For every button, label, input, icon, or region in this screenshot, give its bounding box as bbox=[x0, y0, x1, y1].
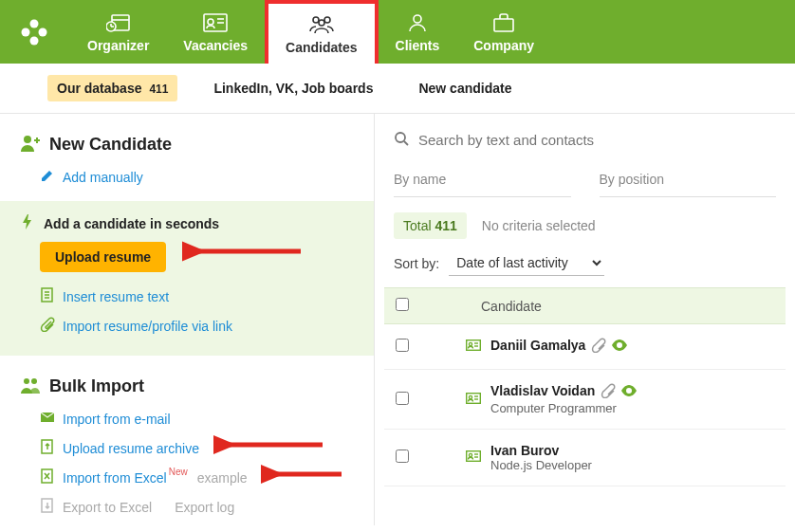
import-email-link[interactable]: Import from e-mail bbox=[0, 404, 374, 433]
table-row[interactable]: Vladislav VoidanComputer Programmer bbox=[384, 370, 786, 430]
calendar-clock-icon bbox=[106, 11, 131, 34]
criteria-status: No criteria selected bbox=[482, 218, 596, 233]
tab-our-database[interactable]: Our database 411 bbox=[47, 75, 177, 101]
svg-point-3 bbox=[39, 28, 47, 36]
sort-label: Sort by: bbox=[394, 256, 439, 271]
section-title: Bulk Import bbox=[49, 376, 144, 396]
quick-add-box: Add a candidate in seconds Upload resume… bbox=[0, 201, 374, 356]
svg-rect-36 bbox=[467, 340, 481, 351]
link-label: Insert resume text bbox=[63, 289, 169, 304]
candidate-name: Ivan Burov bbox=[490, 443, 559, 458]
nav-label: Company bbox=[473, 38, 534, 53]
file-upload-icon bbox=[40, 439, 55, 457]
svg-point-41 bbox=[469, 395, 471, 398]
search-icon bbox=[394, 131, 409, 149]
tab-sources[interactable]: LinkedIn, VK, Job boards bbox=[204, 75, 382, 101]
table-row[interactable]: Daniil Gamalya bbox=[384, 324, 786, 370]
export-log-link: Export log bbox=[175, 498, 234, 516]
id-card-icon bbox=[466, 391, 490, 409]
svg-point-1 bbox=[30, 36, 39, 45]
paperclip-icon bbox=[40, 317, 55, 335]
svg-rect-17 bbox=[494, 19, 513, 31]
upload-archive-link[interactable]: Upload resume archive bbox=[40, 439, 199, 457]
sub-nav: Our database 411 LinkedIn, VK, Job board… bbox=[0, 64, 795, 114]
new-badge: New bbox=[169, 467, 188, 477]
add-manually-link[interactable]: Add manually bbox=[0, 162, 374, 192]
row-checkbox[interactable] bbox=[396, 449, 409, 463]
search-input[interactable] bbox=[418, 132, 776, 148]
right-panel: By name By position Total 411 No criteri… bbox=[375, 114, 795, 525]
export-excel-link: Export to Excel bbox=[40, 498, 152, 516]
briefcase-icon bbox=[492, 11, 515, 34]
insert-resume-text-link[interactable]: Insert resume text bbox=[21, 282, 353, 311]
row-checkbox[interactable] bbox=[396, 339, 409, 352]
id-card-icon bbox=[466, 338, 490, 356]
candidate-name: Vladislav Voidan bbox=[490, 383, 595, 398]
svg-point-0 bbox=[30, 19, 39, 28]
candidate-role: Computer Programmer bbox=[490, 401, 774, 415]
nav-vacancies[interactable]: Vacancies bbox=[166, 0, 265, 64]
link-label: Import from e-mail bbox=[63, 412, 171, 427]
svg-point-37 bbox=[469, 342, 471, 345]
link-label: Import from Excel bbox=[63, 470, 167, 486]
nav-label: Clients bbox=[396, 38, 440, 53]
paperclip-icon bbox=[601, 383, 616, 401]
bolt-icon bbox=[21, 214, 36, 232]
nav-organizer[interactable]: Organizer bbox=[70, 0, 166, 64]
upload-resume-button[interactable]: Upload resume bbox=[40, 242, 166, 272]
table-row[interactable]: Ivan BurovNode.js Developer bbox=[384, 430, 786, 486]
id-card-icon bbox=[466, 449, 490, 467]
file-export-icon bbox=[40, 498, 55, 516]
new-candidate-header: New Candidate bbox=[0, 131, 374, 162]
envelope-icon bbox=[40, 410, 55, 428]
total-label: Total bbox=[403, 218, 432, 233]
import-via-link[interactable]: Import resume/profile via link bbox=[21, 311, 353, 340]
section-title: New Candidate bbox=[49, 135, 172, 155]
nav-candidates[interactable]: Candidates bbox=[265, 0, 378, 64]
person-icon bbox=[407, 11, 428, 34]
nav-clients[interactable]: Clients bbox=[379, 0, 457, 64]
nav-label: Organizer bbox=[87, 38, 149, 53]
eye-icon bbox=[621, 383, 637, 401]
column-header: Candidate bbox=[481, 299, 542, 314]
tab-count: 411 bbox=[149, 83, 168, 96]
tab-new-candidate[interactable]: New candidate bbox=[409, 75, 521, 101]
svg-point-18 bbox=[24, 136, 31, 143]
tab-label: Our database bbox=[57, 81, 141, 96]
select-all-checkbox[interactable] bbox=[396, 298, 409, 311]
pencil-icon bbox=[40, 168, 55, 186]
bulk-import-header: Bulk Import bbox=[0, 373, 374, 404]
import-excel-link[interactable]: Import from Excel bbox=[40, 468, 167, 486]
people-icon bbox=[308, 13, 335, 36]
annotation-arrow-icon bbox=[182, 239, 305, 264]
svg-rect-44 bbox=[467, 451, 481, 462]
eye-icon bbox=[612, 338, 627, 356]
svg-point-14 bbox=[324, 17, 330, 23]
link-label: Export log bbox=[175, 500, 234, 515]
filter-by-position[interactable]: By position bbox=[600, 162, 777, 197]
svg-point-26 bbox=[24, 378, 29, 384]
candidate-role: Node.js Developer bbox=[490, 458, 774, 472]
svg-point-10 bbox=[208, 19, 213, 25]
document-icon bbox=[40, 287, 55, 305]
box-title: Add a candidate in seconds bbox=[44, 216, 219, 231]
annotation-arrow-icon bbox=[261, 463, 346, 486]
top-nav: Organizer Vacancies Candidates Clients C… bbox=[0, 0, 795, 64]
sort-select[interactable]: Date of last activity bbox=[449, 250, 604, 276]
nav-label: Vacancies bbox=[183, 38, 248, 53]
total-count: 411 bbox=[434, 218, 456, 233]
nav-company[interactable]: Company bbox=[456, 0, 551, 64]
example-link[interactable]: example bbox=[197, 470, 248, 486]
svg-line-35 bbox=[404, 141, 408, 145]
svg-rect-20 bbox=[36, 138, 38, 143]
left-panel: New Candidate Add manually Add a candida… bbox=[0, 114, 375, 525]
link-label: Upload resume archive bbox=[63, 441, 199, 456]
svg-point-2 bbox=[22, 28, 30, 36]
svg-point-34 bbox=[396, 133, 405, 142]
svg-point-16 bbox=[414, 15, 421, 23]
annotation-arrow-icon bbox=[213, 433, 327, 456]
row-checkbox[interactable] bbox=[396, 392, 409, 405]
table-header: Candidate bbox=[384, 287, 786, 324]
filter-by-name[interactable]: By name bbox=[394, 162, 571, 197]
svg-point-45 bbox=[469, 453, 471, 456]
